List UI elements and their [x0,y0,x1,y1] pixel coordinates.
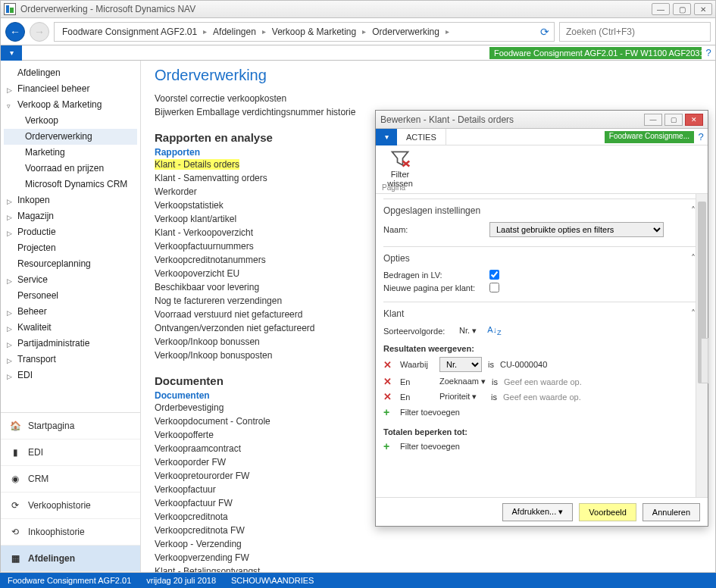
tree-node[interactable]: Marketing [4,145,137,161]
caret-icon[interactable]: ▷ [7,211,12,224]
breadcrumb-item[interactable]: Afdelingen [211,27,258,37]
ribbon-menu-button[interactable]: ▾ [1,45,22,61]
add-total-filter-icon[interactable]: + [383,440,394,452]
tree-node[interactable]: Verkoop [4,113,137,129]
report-item[interactable]: Voorraad verstuurd niet gefactureerd [155,309,302,320]
filter-field-dropdown[interactable]: Prioriteit ▾ [439,392,485,402]
tree-node[interactable]: ▿Verkoop & Marketing [4,97,137,113]
report-item[interactable]: Ontvangen/verzonden niet gefactureerd [155,323,314,333]
report-item[interactable]: Nog te factureren verzendingen [155,296,282,306]
filter-value[interactable]: Geef een waarde op. [503,393,581,402]
document-item[interactable]: Klant - Betalingsontvangst [155,565,702,572]
document-item[interactable]: Verkoop - Verzending [155,537,702,551]
report-item[interactable]: Verkoop/Inkoop bonusposten [155,350,272,361]
tree-node[interactable]: ▷EDI [4,368,137,383]
tree-node[interactable]: ▷Service [4,272,137,288]
tree-node[interactable]: ▷Productie [4,224,137,240]
remove-filter-icon[interactable]: ✕ [383,376,394,387]
tree-node[interactable]: ▷Kwaliteit [4,320,137,336]
filter-field-dropdown[interactable]: Zoeknaam ▾ [439,377,486,386]
tree-node[interactable]: Microsoft Dynamics CRM [4,177,137,192]
newpage-checkbox[interactable] [489,283,499,292]
caret-icon[interactable]: ▷ [7,275,12,288]
tree-node[interactable]: ▷Inkopen [4,192,137,208]
tree-node[interactable]: Projecten [4,240,137,256]
clear-filter-button[interactable]: Filter wissen [382,149,418,188]
print-button[interactable]: Afdrukken... ▾ [502,503,574,521]
caret-icon[interactable]: ▿ [7,100,11,113]
nav-crm[interactable]: ◉CRM [1,466,140,493]
collapse-icon[interactable]: ˄ [691,308,696,319]
caret-icon[interactable]: ▷ [7,195,12,208]
caret-icon[interactable]: ▷ [7,307,12,320]
dialog-menu-button[interactable]: ▾ [376,129,397,145]
report-item[interactable]: Klant - Samenvatting orders [155,173,267,183]
saved-settings-select[interactable]: Laatst gebruikte opties en filters [489,222,664,237]
breadcrumb-item[interactable]: Orderverwerking [371,27,441,37]
remove-filter-icon[interactable]: ✕ [383,391,394,402]
tree-node[interactable]: Orderverwerking [4,129,137,145]
tree-node[interactable]: ▷Beheer [4,304,137,320]
dialog-maximize-button[interactable]: ▢ [664,114,683,126]
help-icon[interactable]: ? [702,47,715,58]
tab-actions[interactable]: ACTIES [397,129,446,145]
action-item[interactable]: Voorstel correctie verkoopkosten [155,92,702,105]
tree-node[interactable]: ▷Partijadministratie [4,336,137,352]
caret-icon[interactable]: ▷ [7,371,12,383]
nav-dept[interactable]: ▦Afdelingen [1,546,140,572]
nav-history[interactable]: ⟳Verkoophistorie [1,493,140,519]
tree-node[interactable]: Voorraad en prijzen [4,161,137,177]
back-button[interactable]: ← [5,22,25,42]
add-filter-icon[interactable]: + [383,406,394,418]
caret-icon[interactable]: ▷ [7,227,12,240]
filter-value[interactable]: Geef een waarde op. [504,377,582,386]
report-item[interactable]: Werkorder [155,186,197,197]
document-item[interactable]: Verkoopverzending FW [155,551,702,565]
tree-node[interactable]: Afdelingen [4,65,137,81]
caret-icon[interactable]: ▷ [7,339,12,352]
minimize-button[interactable]: — [652,3,670,15]
report-item[interactable]: Verkoopstatistiek [155,200,224,211]
tree-node[interactable]: Personeel [4,288,137,304]
search-input[interactable] [559,22,711,42]
preview-button[interactable]: Voorbeeld [579,503,636,521]
nav-tree[interactable]: Afdelingen▷Financieel beheer▿Verkoop & M… [1,61,140,412]
caret-icon[interactable]: ▷ [7,84,12,97]
tree-node[interactable]: ▷Transport [4,352,137,368]
report-item[interactable]: Verkoop klant/artikel [155,214,236,224]
refresh-icon[interactable]: ⟳ [540,26,549,38]
report-item[interactable]: Verkoop/Inkoop bonussen [155,336,260,347]
report-item[interactable]: Verkoopfactuurnummers [155,241,254,252]
dialog-help-icon[interactable]: ? [694,131,708,142]
report-item[interactable]: Verkoopoverzicht EU [155,268,239,279]
filter-field-select[interactable]: Nr. [439,357,482,372]
cancel-button[interactable]: Annuleren [643,503,700,521]
caret-icon[interactable]: ▷ [7,323,12,336]
dialog-close-button[interactable]: ✕ [685,114,703,126]
tree-node[interactable]: ▷Financieel beheer [4,81,137,97]
remove-filter-icon[interactable]: ✕ [383,359,394,371]
breadcrumb-item[interactable]: Verkoop & Marketing [270,27,358,37]
nav-history2[interactable]: ⟲Inkoophistorie [1,519,140,546]
maximize-button[interactable]: ▢ [673,3,691,15]
close-button[interactable]: ✕ [694,3,712,15]
tree-node[interactable]: Resourceplanning [4,256,137,272]
breadcrumb-item[interactable]: Foodware Consignment AGF2.01 [61,27,199,37]
report-item[interactable]: Klant - Verkoopoverzicht [155,227,253,238]
add-total-filter-label[interactable]: Filter toevoegen [400,442,460,451]
add-filter-label[interactable]: Filter toevoegen [400,408,460,417]
nav-edi[interactable]: ▮EDI [1,439,140,466]
dialog-side-tab[interactable] [701,338,708,383]
sort-direction-button[interactable]: A↓Z [487,325,501,336]
collapse-icon[interactable]: ˄ [691,205,696,216]
nav-home[interactable]: 🏠Startpagina [1,413,140,439]
breadcrumb[interactable]: Foodware Consignment AGF2.01▸ Afdelingen… [54,22,555,42]
report-item[interactable]: Beschikbaar voor levering [155,282,259,292]
report-item[interactable]: Klant - Details orders [155,159,239,170]
caret-icon[interactable]: ▷ [7,355,12,368]
report-item[interactable]: Verkoopcreditnotanummers [155,255,266,265]
collapse-icon[interactable]: ˄ [691,253,696,264]
dialog-minimize-button[interactable]: — [644,114,662,126]
sort-field[interactable]: Nr. ▾ [459,326,477,336]
tree-node[interactable]: ▷Magazijn [4,208,137,224]
